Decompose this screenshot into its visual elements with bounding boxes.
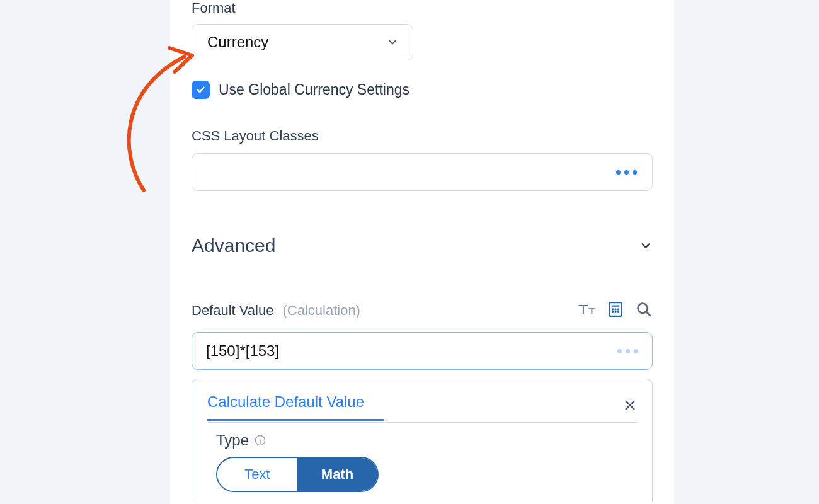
text-style-icon[interactable] [578,302,596,319]
format-select-value: Currency [207,33,268,51]
search-icon[interactable] [635,301,653,321]
default-value-label: Default Value [192,302,273,319]
svg-point-3 [615,309,616,309]
chevron-down-icon [386,36,399,49]
type-option-math[interactable]: Math [297,458,377,491]
svg-point-4 [618,309,619,309]
css-classes-input[interactable] [192,153,653,191]
use-global-currency-row: Use Global Currency Settings [192,81,653,99]
svg-point-14 [260,437,261,438]
use-global-currency-label: Use Global Currency Settings [219,81,410,98]
advanced-section-toggle[interactable]: Advanced [192,235,653,256]
svg-point-5 [612,312,613,312]
default-value-note: (Calculation) [282,302,360,319]
default-value-input[interactable]: [150]*[153] [192,332,653,370]
type-toggle: Text Math [216,457,379,492]
tab-calculate-default-value[interactable]: Calculate Default Value [207,393,364,420]
type-option-text[interactable]: Text [217,458,297,491]
info-icon[interactable] [254,434,266,447]
format-select[interactable]: Currency [192,24,413,60]
type-label: Type [216,432,637,449]
use-global-currency-checkbox[interactable] [192,81,210,99]
settings-panel: Format Currency Use Global Currency Sett… [170,0,674,504]
more-icon[interactable] [616,170,637,175]
close-icon[interactable] [623,398,637,415]
css-classes-label: CSS Layout Classes [192,128,653,144]
advanced-title: Advanced [192,235,275,256]
check-icon [195,84,206,95]
more-icon[interactable] [617,349,638,353]
calculate-panel: Calculate Default Value Type T [192,379,653,502]
format-label: Format [192,0,653,16]
calculator-icon[interactable] [607,301,624,320]
svg-point-7 [618,312,619,312]
svg-point-6 [615,312,616,312]
svg-point-2 [612,309,613,309]
svg-line-9 [646,312,650,316]
default-value-text: [150]*[153] [206,342,279,360]
chevron-down-icon [639,239,653,253]
default-value-heading: Default Value (Calculation) [192,302,360,319]
